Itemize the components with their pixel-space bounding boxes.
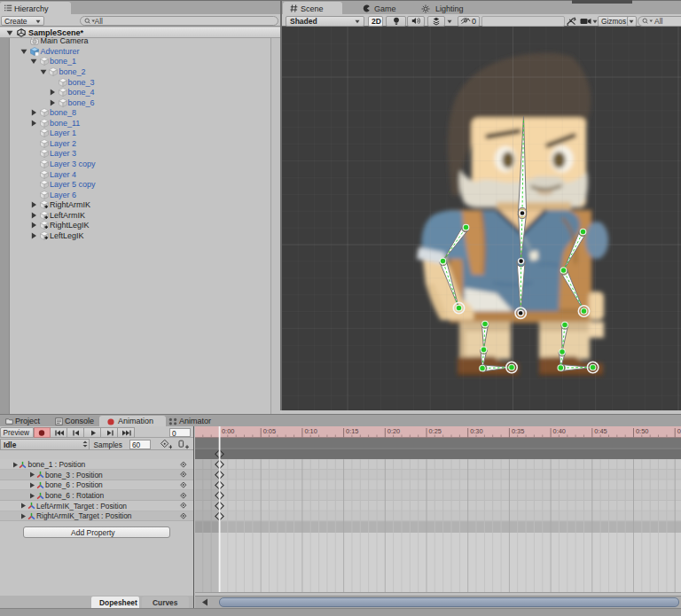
svg-text:0:55: 0:55: [677, 427, 681, 435]
svg-text:0:35: 0:35: [511, 427, 523, 435]
svg-text:0:40: 0:40: [552, 427, 565, 435]
svg-text:0:45: 0:45: [594, 427, 607, 435]
svg-text:0:10: 0:10: [304, 427, 317, 435]
svg-text:0:20: 0:20: [387, 427, 399, 435]
svg-text:0:00: 0:00: [222, 427, 234, 435]
svg-text:0:50: 0:50: [636, 427, 648, 435]
svg-text:0:15: 0:15: [346, 427, 358, 435]
svg-text:0:05: 0:05: [262, 427, 275, 435]
svg-text:0:30: 0:30: [470, 427, 482, 435]
svg-text:0:25: 0:25: [428, 427, 441, 435]
